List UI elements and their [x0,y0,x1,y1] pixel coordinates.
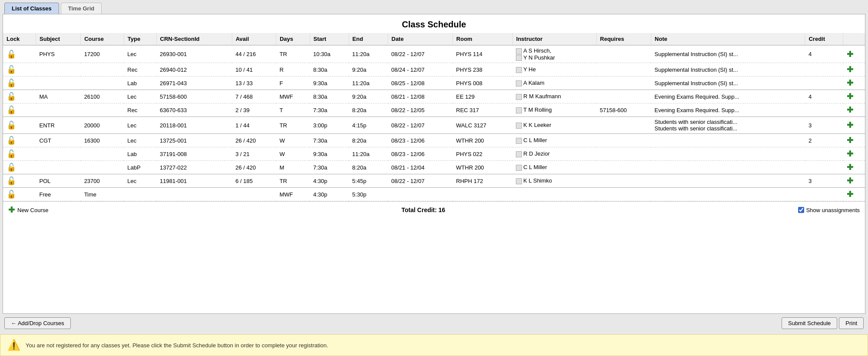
lock-icon[interactable]: 🔓 [7,50,16,59]
credit-cell: 2 [805,134,843,147]
days-cell: R [276,63,310,77]
subject-cell: CGT [36,134,81,147]
col-type: Type [124,33,156,45]
add-row-icon[interactable]: ✚ [847,136,853,145]
instructor-cell: A Kalam [512,77,596,90]
new-course-button[interactable]: New Course [17,207,49,213]
lock-icon[interactable]: 🔓 [7,136,16,145]
lock-icon[interactable]: 🔓 [7,65,16,74]
course-cell: 17200 [81,45,124,63]
credit-cell [805,77,843,90]
add-row-icon[interactable]: ✚ [847,50,853,59]
instructor-cell: R D Jezior [512,147,596,161]
note-cell: Supplemental Instruction (SI) st... [651,45,805,63]
lock-icon[interactable]: 🔓 [7,176,16,185]
add-row-icon[interactable]: ✚ [847,150,853,158]
lock-icon[interactable]: 🔓 [7,92,16,101]
add-row-icon[interactable]: ✚ [847,65,853,74]
lock-icon[interactable]: 🔓 [7,190,16,199]
add-drop-courses-button[interactable]: ← Add/Drop Courses [4,317,71,329]
col-course: Course [81,33,124,45]
add-row-icon[interactable]: ✚ [847,121,853,130]
row-action-cell[interactable]: ✚ [843,188,865,201]
days-cell: M [276,161,310,174]
lock-cell[interactable]: 🔓 [3,161,36,174]
end-cell: 11:20a [349,147,388,161]
action-right: Submit Schedule Print [782,317,864,329]
row-action-cell[interactable]: ✚ [843,63,865,77]
type-cell: Rec [124,103,156,117]
end-cell: 8:20a [349,103,388,117]
new-course-plus-icon[interactable]: ✚ [8,205,15,215]
submit-schedule-button[interactable]: Submit Schedule [782,317,837,329]
add-row-icon[interactable]: ✚ [847,92,853,101]
crn-cell [156,188,232,201]
table-header-row: Lock Subject Course Type CRN-SectionId A… [3,33,865,45]
lock-icon[interactable]: 🔓 [7,106,16,114]
row-action-cell[interactable]: ✚ [843,147,865,161]
start-cell: 8:30a [310,63,349,77]
lock-cell[interactable]: 🔓 [3,117,36,134]
lock-cell[interactable]: 🔓 [3,134,36,147]
row-action-cell[interactable]: ✚ [843,117,865,134]
lock-icon[interactable]: 🔓 [7,121,16,130]
print-button[interactable]: Print [839,317,864,329]
page-title: Class Schedule [3,14,865,33]
lock-cell[interactable]: 🔓 [3,90,36,103]
instructor-cell [512,188,596,201]
row-action-cell[interactable]: ✚ [843,90,865,103]
row-action-cell[interactable]: ✚ [843,161,865,174]
lock-icon[interactable]: 🔓 [7,79,16,87]
col-requires: Requires [596,33,651,45]
type-cell: Lab [124,147,156,161]
back-arrow-icon: ← [11,320,18,326]
room-cell: REC 317 [452,103,512,117]
lock-cell[interactable]: 🔓 [3,147,36,161]
lock-cell[interactable]: 🔓 [3,77,36,90]
instructor-icon [516,48,522,54]
row-action-cell[interactable]: ✚ [843,45,865,63]
row-action-cell[interactable]: ✚ [843,103,865,117]
add-row-icon[interactable]: ✚ [847,79,853,87]
tab-list-of-classes[interactable]: List of Classes [4,3,59,14]
row-action-cell[interactable]: ✚ [843,174,865,188]
lock-cell[interactable]: 🔓 [3,188,36,201]
footer-bar: ✚ New Course Total Credit: 16 Show unass… [3,201,865,218]
content-area: Class Schedule Lock Subject Course Type … [3,14,865,314]
row-action-cell[interactable]: ✚ [843,77,865,90]
warning-message: You are not registered for any classes y… [26,342,328,349]
footer-left: ✚ New Course [8,205,49,215]
lock-cell[interactable]: 🔓 [3,103,36,117]
col-avail: Avail [232,33,276,45]
course-cell: 20000 [81,117,124,134]
start-cell: 10:30a [310,45,349,63]
avail-cell: 26 / 420 [232,134,276,147]
crn-cell: 20118-001 [156,117,232,134]
add-row-icon[interactable]: ✚ [847,106,853,114]
warning-icon: ⚠️ [7,339,20,351]
instructor-cell: C L Miller [512,161,596,174]
lock-icon[interactable]: 🔓 [7,150,16,158]
lock-cell[interactable]: 🔓 [3,174,36,188]
days-cell: TR [276,117,310,134]
note-cell: Evening Exams Required. Supp... [651,90,805,103]
instructor-cell: Y He [512,63,596,77]
avail-cell: 7 / 468 [232,90,276,103]
add-row-icon[interactable]: ✚ [847,190,853,199]
schedule-table: Lock Subject Course Type CRN-SectionId A… [3,33,865,201]
requires-cell [596,188,651,201]
row-action-cell[interactable]: ✚ [843,134,865,147]
tab-time-grid[interactable]: Time Grid [61,3,102,14]
table-row: 🔓CGT16300Lec13725-00126 / 420W7:30a8:20a… [3,134,865,147]
add-row-icon[interactable]: ✚ [847,176,853,185]
show-unassignments-checkbox[interactable] [798,207,804,213]
lock-icon[interactable]: 🔓 [7,163,16,172]
instructor-icon [516,138,522,144]
lock-cell[interactable]: 🔓 [3,63,36,77]
start-cell: 3:00p [310,117,349,134]
lock-cell[interactable]: 🔓 [3,45,36,63]
requires-cell [596,174,651,188]
total-credit: Total Credit: 16 [49,206,799,213]
add-row-icon[interactable]: ✚ [847,163,853,172]
credit-cell: 3 [805,117,843,134]
